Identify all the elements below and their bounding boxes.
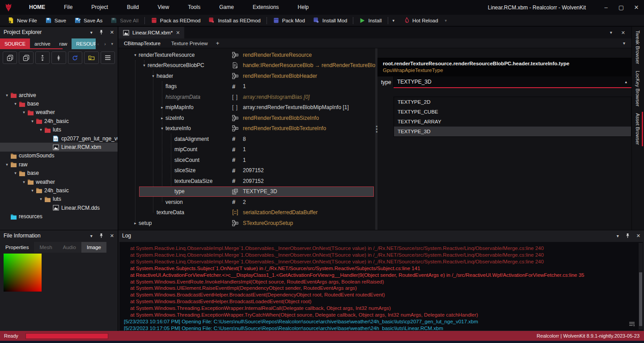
log-scrollbar[interactable] [639, 243, 643, 330]
subtab-cbitmaptexture[interactable]: CBitmapTexture [119, 41, 166, 46]
tab-archive[interactable]: archive [30, 38, 55, 49]
chevron-right-icon[interactable] [159, 116, 165, 120]
add-view-button[interactable]: + [213, 40, 222, 47]
scrollbar-thumb[interactable] [639, 272, 642, 326]
panel-close-icon[interactable] [110, 30, 114, 35]
property-row-selected[interactable]: typeTEXTYPE_3D [119, 186, 375, 197]
menu-extensions[interactable]: Extensions [243, 0, 288, 15]
tab-mesh[interactable]: Mesh [34, 242, 57, 253]
maximize-button[interactable]: ▢ [614, 0, 629, 15]
enum-combobox[interactable]: TEXTYPE_3D [394, 76, 631, 88]
chevron-down-icon[interactable] [38, 197, 44, 201]
tree-row[interactable]: base [0, 99, 118, 108]
pin-icon[interactable] [99, 30, 104, 35]
tree-row[interactable]: cp2077_gen_lut_nge_v017 [0, 134, 118, 143]
tab-close-icon[interactable] [176, 30, 180, 36]
tab-scroll-right-icon[interactable]: › [104, 42, 106, 47]
dropdown-option-selected[interactable]: TEXTYPE_3D [394, 127, 631, 136]
install-as-redmod-button[interactable]: Install as REDmod [204, 15, 264, 26]
tab-asset-browser[interactable]: Asset Browser [635, 113, 640, 145]
chevron-up-icon[interactable] [625, 80, 627, 84]
collapse-node-button[interactable] [51, 51, 66, 64]
panel-close-icon[interactable] [636, 233, 640, 239]
property-row[interactable]: textureDataserializationDeferredDataBuff… [119, 207, 375, 218]
property-row[interactable]: flags1 [119, 81, 375, 92]
property-row[interactable]: textureInforendRenderTextureBlobTextureI… [119, 123, 375, 134]
dropdown-option[interactable]: TEXTYPE_2D [394, 97, 631, 107]
property-row[interactable]: mipCount1 [119, 144, 375, 155]
tab-scroll-left-icon[interactable]: ‹ [97, 42, 99, 47]
chevron-down-icon[interactable] [21, 110, 27, 114]
menu-file[interactable]: File [55, 0, 82, 15]
tree-row[interactable]: 24h_basic [0, 117, 118, 125]
refresh-button[interactable] [68, 51, 82, 64]
property-row[interactable]: setupSTextureGroupSetup [119, 218, 375, 229]
menu-game[interactable]: Game [210, 0, 243, 15]
tree-row[interactable]: customSounds [0, 152, 118, 160]
expand-all-button[interactable] [3, 51, 17, 64]
tab-resource[interactable]: RESOURCE [72, 38, 96, 49]
expand-node-button[interactable] [35, 51, 50, 64]
menu-build[interactable]: Build [118, 0, 148, 15]
tree-row[interactable]: weather [0, 178, 118, 186]
tree-row[interactable]: resources [0, 212, 118, 220]
tree-row[interactable]: base [0, 169, 118, 178]
pack-as-redmod-button[interactable]: Pack as REDmod [147, 15, 205, 26]
menu-project[interactable]: Project [82, 0, 117, 15]
chevron-down-icon[interactable] [4, 162, 10, 167]
chevron-right-icon[interactable] [132, 221, 139, 225]
property-row[interactable]: sliceSize2097152 [119, 165, 375, 176]
property-row[interactable]: sliceCount1 [119, 155, 375, 165]
chevron-down-icon[interactable] [29, 188, 36, 193]
tree-row[interactable]: weather [0, 108, 118, 117]
tab-tweak-browser[interactable]: Tweak Browser [635, 30, 640, 64]
panel-close-icon[interactable] [110, 233, 114, 239]
open-folder-button[interactable] [84, 51, 98, 64]
property-row[interactable]: histogramDataarray:rendHistogramBias [0] [119, 92, 375, 102]
property-row[interactable]: version2 [119, 197, 375, 207]
tree-row[interactable]: luts [0, 126, 118, 134]
subtab-caret-icon[interactable] [623, 41, 625, 46]
chevron-down-icon[interactable] [132, 53, 139, 57]
chevron-down-icon[interactable] [12, 102, 19, 106]
tab-properties[interactable]: Properties [0, 242, 34, 253]
chevron-down-icon[interactable] [159, 126, 165, 131]
document-list-caret-icon[interactable] [610, 30, 612, 36]
chevron-down-icon[interactable] [38, 127, 44, 132]
tree-row[interactable]: archive [0, 91, 118, 99]
chevron-down-icon[interactable] [150, 74, 157, 78]
property-row[interactable]: dataAlignment8 [119, 134, 375, 144]
tree-row[interactable]: 24h_basic [0, 186, 118, 195]
install-mod-button[interactable]: Install Mod [309, 15, 352, 26]
chevron-down-icon[interactable] [12, 171, 19, 175]
panel-menu-caret-icon[interactable] [90, 30, 93, 35]
pack-mod-button[interactable]: Pack Mod [269, 15, 309, 26]
property-row[interactable]: renderResourceBlobPChandle:IRenderResour… [119, 60, 375, 71]
tree-row[interactable]: Linear.RCM.dds [0, 203, 118, 212]
tab-audio[interactable]: Audio [58, 242, 81, 253]
document-close-icon[interactable] [621, 30, 625, 36]
tab-source[interactable]: SOURCE [0, 38, 30, 49]
property-row[interactable]: renderTextureResourcerendRenderTextureRe… [119, 50, 375, 60]
property-row[interactable]: headerrendRenderTextureBlobHeader [119, 71, 375, 81]
dropdown-option[interactable]: TEXTYPE_CUBE [394, 107, 631, 117]
panel-menu-caret-icon[interactable] [90, 233, 93, 238]
tab-image[interactable]: Image [81, 242, 106, 253]
menu-tools[interactable]: Tools [178, 0, 210, 15]
install-dropdown-caret-icon[interactable]: ▾ [390, 18, 398, 23]
collapse-all-button[interactable] [19, 51, 33, 64]
menu-view[interactable]: View [148, 0, 178, 15]
list-view-button[interactable] [101, 51, 115, 64]
chevron-down-icon[interactable] [141, 63, 148, 68]
save-all-button[interactable]: Save All [106, 15, 143, 26]
property-row[interactable]: sizeInforendRenderTextureBlobSizeInfo [119, 113, 375, 123]
tree-row-selected[interactable]: Linear.RCM.xbm [0, 143, 118, 151]
tab-raw[interactable]: raw [55, 38, 72, 49]
chevron-down-icon[interactable] [29, 119, 36, 123]
save-button[interactable]: Save [41, 15, 70, 26]
menu-help[interactable]: Help [288, 0, 318, 15]
subtab-texture-preview[interactable]: Texture Preview [166, 41, 213, 46]
dropdown-option[interactable]: TEXTYPE_ARRAY [394, 117, 631, 127]
chevron-down-icon[interactable] [4, 93, 10, 97]
tab-list-caret-icon[interactable] [111, 42, 113, 46]
